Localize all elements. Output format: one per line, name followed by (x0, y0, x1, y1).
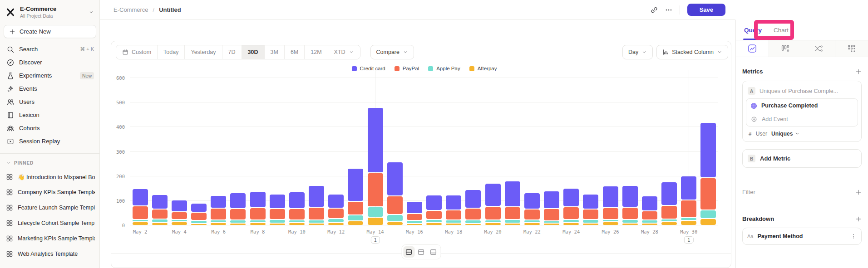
bar-segment-paypal[interactable] (309, 208, 324, 219)
bar-segment-apple-pay[interactable] (661, 219, 677, 222)
tab-insights[interactable] (736, 40, 769, 57)
bar-segment-credit-card[interactable] (465, 190, 481, 208)
bar-segment-apple-pay[interactable] (172, 220, 187, 221)
add-breakdown-plus-icon[interactable] (855, 216, 862, 222)
bar-segment-paypal[interactable] (603, 208, 618, 219)
annotation-badge[interactable]: 1 (684, 236, 693, 244)
sidebar-item-users[interactable]: Users (0, 95, 99, 108)
bar-segment-apple-pay[interactable] (133, 220, 148, 221)
bar-segment-apple-pay[interactable] (328, 219, 344, 222)
bar-segment-apple-pay[interactable] (700, 210, 716, 218)
bar-segment-credit-card[interactable] (250, 192, 266, 207)
bar-segment-credit-card[interactable] (485, 184, 501, 206)
bar-segment-afterpay[interactable] (387, 222, 403, 225)
bar-segment-apple-pay[interactable] (230, 220, 246, 223)
bar-segment-credit-card[interactable] (583, 195, 598, 209)
bar-segment-apple-pay[interactable] (583, 220, 598, 223)
add-metric-card[interactable]: B Add Metric (742, 149, 862, 168)
sidebar-item-events[interactable]: Events (0, 82, 99, 95)
tab-flows[interactable] (802, 40, 835, 57)
pinned-board-feature-launch-sample-templa[interactable]: Feature Launch Sample Templa (0, 200, 99, 215)
bar-segment-paypal[interactable] (700, 178, 716, 210)
bar-segment-paypal[interactable] (544, 209, 559, 220)
bar-segment-apple-pay[interactable] (603, 220, 618, 221)
bar-segment-paypal[interactable] (563, 207, 579, 219)
bar-segment-credit-card[interactable] (642, 196, 657, 210)
bar-segment-credit-card[interactable] (230, 193, 246, 208)
bar-segment-paypal[interactable] (465, 209, 481, 219)
bar-segment-credit-card[interactable] (505, 181, 520, 206)
metric-a-header[interactable]: A Uniques of Purchase Comple... (746, 84, 858, 98)
bar-segment-paypal[interactable] (446, 210, 461, 219)
bar-segment-credit-card[interactable] (544, 191, 559, 208)
pinned-board-lifecycle-cohort-sample-temp[interactable]: Lifecycle Cohort Sample Temp (0, 215, 99, 231)
bar-segment-afterpay[interactable] (563, 223, 579, 225)
bar-segment-afterpay[interactable] (642, 224, 657, 225)
sidebar-item-session-replay[interactable]: Session Replay (0, 135, 99, 148)
bar-segment-credit-card[interactable] (328, 195, 344, 208)
bar-segment-afterpay[interactable] (368, 218, 383, 225)
layout-split-button[interactable] (403, 246, 414, 258)
bar-segment-afterpay[interactable] (446, 224, 461, 225)
sidebar-item-lexicon[interactable]: Lexicon (0, 108, 99, 122)
bar-segment-paypal[interactable] (426, 211, 442, 219)
bar-segment-credit-card[interactable] (152, 195, 168, 209)
bar-segment-afterpay[interactable] (505, 224, 520, 225)
bar-segment-apple-pay[interactable] (289, 220, 305, 222)
bar-segment-paypal[interactable] (289, 209, 305, 219)
bar-segment-credit-card[interactable] (211, 196, 226, 208)
bar-segment-paypal[interactable] (661, 206, 677, 219)
bar-segment-apple-pay[interactable] (622, 220, 638, 223)
bar-segment-credit-card[interactable] (426, 195, 442, 210)
kebab-menu-icon[interactable] (850, 233, 857, 239)
bar-segment-afterpay[interactable] (230, 224, 246, 225)
create-new-button[interactable]: Create New (4, 25, 96, 38)
bar-segment-credit-card[interactable] (700, 123, 716, 177)
more-options-icon[interactable] (665, 6, 672, 14)
bar-segment-afterpay[interactable] (426, 223, 442, 225)
sidebar-item-cohorts[interactable]: Cohorts (0, 122, 99, 135)
bar-segment-apple-pay[interactable] (309, 220, 324, 223)
bar-segment-paypal[interactable] (270, 209, 285, 219)
bar-segment-apple-pay[interactable] (152, 219, 168, 222)
breadcrumb-page-title[interactable]: Untitled (159, 6, 181, 13)
copy-link-icon[interactable] (651, 6, 658, 14)
bar-segment-afterpay[interactable] (485, 223, 501, 225)
bar-segment-credit-card[interactable] (681, 176, 696, 200)
bar-segment-apple-pay[interactable] (348, 215, 363, 221)
bar-segment-paypal[interactable] (172, 212, 187, 219)
bar-segment-afterpay[interactable] (270, 224, 285, 225)
bar-segment-apple-pay[interactable] (505, 220, 520, 223)
bar-segment-afterpay[interactable] (250, 223, 266, 225)
bar-segment-paypal[interactable] (583, 210, 598, 219)
bar-segment-paypal[interactable] (230, 209, 246, 219)
bar-segment-credit-card[interactable] (270, 195, 285, 209)
bar-segment-afterpay[interactable] (328, 223, 344, 225)
bar-segment-paypal[interactable] (407, 214, 422, 220)
bar-segment-afterpay[interactable] (700, 219, 716, 225)
bar-segment-paypal[interactable] (152, 210, 168, 219)
bar-segment-credit-card[interactable] (387, 162, 403, 195)
bar-segment-afterpay[interactable] (191, 224, 207, 225)
bar-segment-apple-pay[interactable] (563, 220, 579, 222)
sidebar-item-discover[interactable]: Discover (0, 56, 99, 69)
tab-funnels[interactable] (769, 40, 802, 57)
bar-segment-apple-pay[interactable] (368, 207, 383, 216)
bar-segment-apple-pay[interactable] (387, 215, 403, 221)
bar-segment-afterpay[interactable] (544, 224, 559, 225)
save-button[interactable]: Save (687, 4, 725, 16)
bar-segment-credit-card[interactable] (309, 186, 324, 207)
bar-segment-apple-pay[interactable] (250, 220, 266, 222)
bar-segment-paypal[interactable] (505, 207, 520, 219)
bar-segment-credit-card[interactable] (603, 186, 618, 207)
bar-segment-paypal[interactable] (485, 207, 501, 219)
bar-segment-credit-card[interactable] (348, 169, 363, 201)
bar-segment-paypal[interactable] (191, 213, 207, 220)
bar-segment-afterpay[interactable] (133, 222, 148, 225)
bar-segment-apple-pay[interactable] (270, 220, 285, 223)
bar-segment-paypal[interactable] (681, 200, 696, 217)
bar-segment-afterpay[interactable] (309, 224, 324, 225)
bar-segment-afterpay[interactable] (661, 222, 677, 225)
pinned-board-web-analytics-template[interactable]: Web Analytics Template (0, 246, 99, 262)
tab-chart[interactable]: Chart (774, 20, 789, 40)
